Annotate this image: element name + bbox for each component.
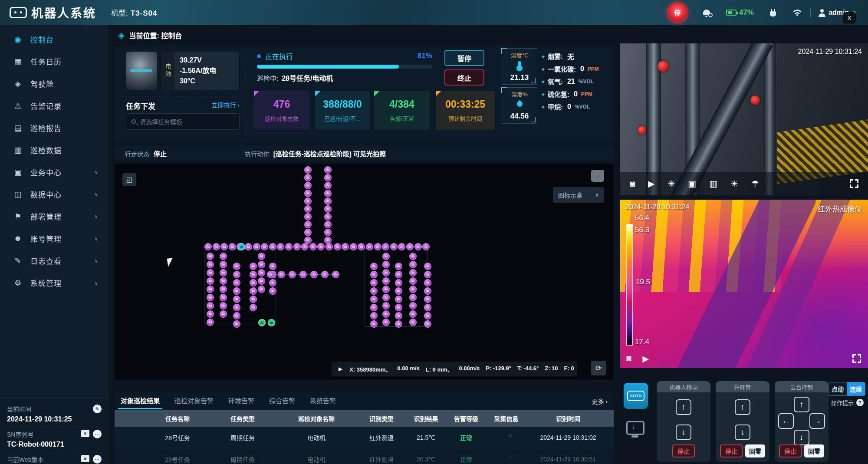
sidebar-item-deploy-management[interactable]: ⚑部署管理∨ xyxy=(0,205,108,227)
pause-button[interactable]: 暂停 xyxy=(444,50,484,66)
inspection-point-node[interactable]: AI xyxy=(324,190,332,197)
arrow-up-button[interactable]: ↑ xyxy=(794,397,809,412)
sidebar-item-console[interactable]: ◉控制台 xyxy=(0,28,108,50)
arrow-down-button[interactable]: ↓ xyxy=(735,425,750,440)
camera-icon[interactable]: ◙ xyxy=(630,179,635,189)
inspection-point-node[interactable]: AI xyxy=(285,243,293,250)
wiper-icon[interactable]: ☂ xyxy=(751,178,759,189)
sidebar-item-alarm-record[interactable]: ⚠告警记录 xyxy=(0,95,108,117)
visible-camera-feed[interactable]: 2024-11-29 10:31:24 ◙▶✳▣▥☀☂ xyxy=(620,43,868,195)
jog-mode[interactable]: 点动 xyxy=(829,382,847,395)
emergency-stop-button[interactable]: 停 xyxy=(668,3,687,22)
inspection-point-node[interactable]: AI xyxy=(324,213,332,220)
inspection-point-node[interactable]: AI xyxy=(304,213,312,220)
arrow-left-button[interactable]: ← xyxy=(778,413,794,429)
arrow-up-button[interactable]: ↑ xyxy=(735,399,750,415)
more-icon[interactable]: ⋯ xyxy=(93,430,102,438)
inspection-point-node[interactable]: AI xyxy=(293,243,301,250)
tab-巡检对象告警[interactable]: 巡检对象告警 xyxy=(174,396,214,407)
zero-button[interactable]: 回零 xyxy=(745,444,765,457)
copy-icon[interactable]: ≡ xyxy=(81,430,89,437)
copy-icon[interactable]: ≡ xyxy=(81,455,89,462)
map-expand-button[interactable]: ↔ xyxy=(591,170,604,182)
inspection-point-node[interactable]: AI xyxy=(304,174,312,181)
stop-button[interactable]: 停止 xyxy=(672,444,695,457)
arrow-right-button[interactable]: → xyxy=(809,413,825,429)
inspection-point-node[interactable]: AI xyxy=(304,197,312,205)
map-reset-button[interactable]: ⟳ xyxy=(591,361,606,375)
play-icon[interactable]: ▶ xyxy=(339,366,342,372)
inspection-point-node[interactable]: AI xyxy=(317,243,325,250)
sidebar-item-task-calendar[interactable]: ▦任务日历 xyxy=(0,50,108,72)
arrow-down-button[interactable]: ↓ xyxy=(676,425,691,440)
inspection-point-node[interactable]: AI xyxy=(324,166,332,174)
arrow-up-button[interactable]: ↑ xyxy=(676,399,691,415)
video-icon[interactable]: ▶ xyxy=(642,354,649,364)
task-template-select[interactable]: 请选择任务模板 xyxy=(126,113,240,130)
terminate-button[interactable]: 终止 xyxy=(444,69,484,86)
inspection-point-node[interactable]: AI xyxy=(304,182,312,189)
video-icon[interactable]: ▶ xyxy=(648,178,654,189)
inspection-point-node[interactable]: AI xyxy=(324,182,332,189)
more-icon[interactable]: ⋯ xyxy=(93,455,102,464)
inspection-point-node[interactable]: AI xyxy=(334,243,341,250)
legend-dropdown[interactable]: 图标示意 ∧ xyxy=(553,187,604,203)
stop-button[interactable]: 停止 xyxy=(720,444,743,457)
light-icon[interactable]: ☀ xyxy=(730,178,738,189)
inspection-point-node[interactable]: AI xyxy=(309,243,317,250)
inspection-point-node[interactable]: AI xyxy=(326,243,333,250)
inspection-point-node[interactable]: AI xyxy=(304,205,312,213)
edit-icon[interactable]: ✎ xyxy=(93,405,102,413)
jog-continuous-toggle[interactable]: 点动 连续 xyxy=(828,382,865,396)
execute-now-link[interactable]: 立即执行 › xyxy=(211,100,240,111)
continuous-mode[interactable]: 连续 xyxy=(847,382,865,395)
inspection-point-node[interactable]: AI xyxy=(304,190,312,197)
map-layers-button[interactable]: ◰ xyxy=(122,173,136,186)
more-link[interactable]: 更多 › xyxy=(592,397,608,405)
table-row[interactable]: 28号任务周期任务电动机红外测温20.3℃正常2024-11-29 10:30:… xyxy=(115,448,614,464)
inspection-point-node[interactable]: AI xyxy=(304,166,312,174)
sidebar-item-log-view[interactable]: ✎日志查看∨ xyxy=(0,250,108,272)
help-icon[interactable]: ? xyxy=(856,399,864,406)
inspection-point-node[interactable]: AI xyxy=(350,243,357,250)
tab-对象巡检结果[interactable]: 对象巡检结果 xyxy=(121,396,160,407)
inspection-point-node[interactable]: AI xyxy=(324,229,332,236)
stop-button[interactable]: 停止 xyxy=(779,444,802,457)
inspection-point-node[interactable]: AI xyxy=(342,243,349,250)
fullscreen-icon[interactable] xyxy=(850,179,858,188)
zero-button[interactable]: 回零 xyxy=(804,444,824,457)
tab-综合告警[interactable]: 综合告警 xyxy=(269,396,295,407)
inspection-point-node[interactable]: AI xyxy=(358,243,365,250)
sidebar-item-cockpit[interactable]: ◈驾驶舱 xyxy=(0,72,108,95)
inspection-point-node[interactable]: AI xyxy=(304,221,312,228)
inspection-point-node[interactable]: AI xyxy=(324,174,332,181)
inspection-point-node[interactable]: AI xyxy=(324,221,332,228)
thermal-camera-feed[interactable]: 2024-11-29 10:31:24 红外热成像仪 56.4 56.3 19.… xyxy=(620,200,868,368)
inspection-point-node[interactable]: AI xyxy=(324,205,332,213)
inspection-point-node[interactable]: AI xyxy=(324,197,332,205)
auto-mode-button[interactable]: AUTO xyxy=(624,383,648,409)
monitor-icon[interactable] xyxy=(626,421,644,435)
sidebar-item-inspection-report[interactable]: ▤巡检报告 xyxy=(0,117,108,139)
sidebar-item-inspection-data[interactable]: ▥巡检数据 xyxy=(0,139,108,161)
alarm-bell-icon[interactable] xyxy=(703,10,710,15)
audio-icon[interactable]: ▥ xyxy=(709,178,717,189)
table-row[interactable]: 28号任务周期任务电动机红外测温21.5℃正常2024-11-29 10:31:… xyxy=(115,427,614,448)
inspection-point-node[interactable]: AI xyxy=(277,243,284,250)
inspection-map[interactable]: AIAIAIAIAIAIAIAIAIAIAIAIAIAIAIAIAIAIAIAI… xyxy=(115,164,614,380)
sidebar-item-system-management[interactable]: ⚙系统管理∨ xyxy=(0,272,108,294)
inspection-point-node[interactable]: AI xyxy=(304,229,312,236)
charging-plug-icon[interactable] xyxy=(770,11,776,16)
fan-icon[interactable]: ✳ xyxy=(667,178,675,189)
tab-系统告警[interactable]: 系统告警 xyxy=(310,396,336,407)
device-icon[interactable]: ▣ xyxy=(688,178,696,189)
sidebar-item-business-center[interactable]: ▣业务中心∨ xyxy=(0,161,108,183)
camera-icon[interactable]: ◙ xyxy=(626,354,631,364)
arrow-down-button[interactable]: ↓ xyxy=(794,430,809,445)
tab-环境告警[interactable]: 环境告警 xyxy=(228,396,254,407)
sidebar-item-data-center[interactable]: ◫数据中心∨ xyxy=(0,183,108,205)
fullscreen-icon[interactable] xyxy=(852,354,861,363)
wifi-icon[interactable] xyxy=(792,9,802,16)
sidebar-item-account-management[interactable]: ☻账号管理∨ xyxy=(0,227,108,250)
inspection-point-node[interactable]: AI xyxy=(301,243,309,250)
